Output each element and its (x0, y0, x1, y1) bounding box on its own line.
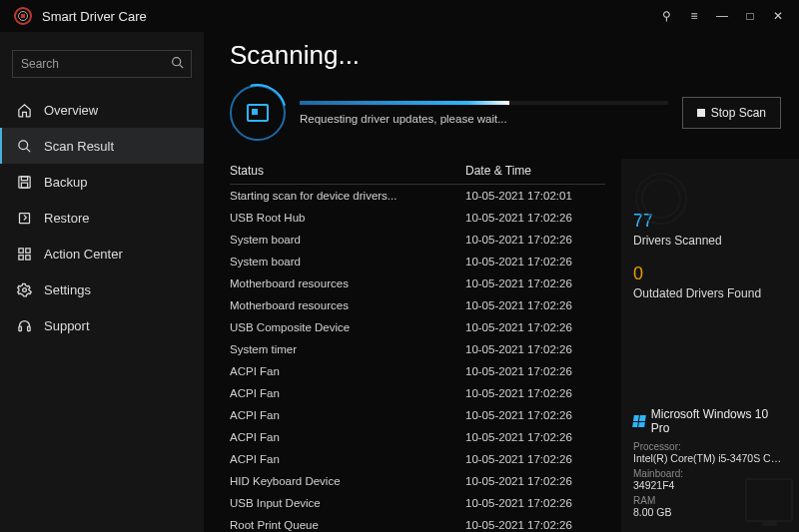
table-row: ACPI Fan10-05-2021 17:02:26 (230, 382, 605, 404)
sidebar-item-label: Restore (44, 211, 90, 226)
table-row: ACPI Fan10-05-2021 17:02:26 (230, 404, 605, 426)
close-button[interactable]: ✕ (771, 9, 785, 23)
app-title: Smart Driver Care (42, 9, 147, 24)
table-row: Starting scan for device drivers...10-05… (230, 185, 605, 207)
table-body[interactable]: Starting scan for device drivers...10-05… (230, 185, 605, 532)
search-box[interactable] (12, 50, 192, 78)
svg-rect-8 (18, 248, 22, 252)
table-row: ACPI Fan10-05-2021 17:02:26 (230, 426, 605, 448)
progress-bar (300, 101, 668, 105)
processor-value: Intel(R) Core(TM) i5-3470S CPU @ 2.9... (633, 452, 787, 464)
drivers-scanned-count: 77 (633, 211, 787, 232)
computer-icon (745, 478, 793, 522)
row-datetime: 10-05-2021 17:02:26 (465, 343, 605, 355)
svg-rect-5 (21, 176, 27, 180)
processor-key: Processor: (633, 441, 787, 452)
sidebar-item-action-center[interactable]: Action Center (0, 236, 204, 271)
row-status: ACPI Fan (230, 431, 465, 443)
sidebar-menu: OverviewScan ResultBackupRestoreAction C… (0, 92, 204, 343)
search-input[interactable] (21, 57, 171, 71)
progress-fill (300, 101, 509, 105)
row-datetime: 10-05-2021 17:02:26 (465, 475, 605, 487)
row-datetime: 10-05-2021 17:02:26 (465, 409, 605, 421)
table-row: System timer10-05-2021 17:02:26 (230, 338, 605, 360)
scan-results-table: Status Date & Time Starting scan for dev… (204, 159, 605, 532)
sidebar-item-label: Action Center (44, 247, 123, 262)
svg-rect-10 (18, 255, 22, 259)
svg-rect-9 (25, 248, 29, 252)
table-row: ACPI Fan10-05-2021 17:02:26 (230, 448, 605, 470)
table-row: USB Composite Device10-05-2021 17:02:26 (230, 316, 605, 338)
row-status: Motherboard resources (230, 299, 465, 311)
scan-spinner-icon (230, 85, 286, 141)
sidebar-item-scan-result[interactable]: Scan Result (0, 128, 204, 164)
row-status: ACPI Fan (230, 409, 465, 421)
row-status: USB Input Device (230, 497, 465, 509)
sidebar-item-label: Overview (44, 103, 98, 118)
table-row: HID Keyboard Device10-05-2021 17:02:26 (230, 470, 605, 492)
row-status: ACPI Fan (230, 365, 465, 377)
row-datetime: 10-05-2021 17:02:26 (465, 365, 605, 377)
search-icon (16, 138, 32, 154)
row-status: Motherboard resources (230, 277, 465, 289)
sidebar-item-backup[interactable]: Backup (0, 164, 204, 200)
table-row: Motherboard resources10-05-2021 17:02:26 (230, 294, 605, 316)
main-pane: Scanning... Requesting driver updates, p… (204, 32, 799, 532)
row-datetime: 10-05-2021 17:02:26 (465, 453, 605, 465)
user-icon[interactable]: ⚲ (659, 9, 673, 23)
svg-point-2 (18, 140, 27, 149)
gear-icon (16, 281, 32, 297)
row-status: USB Root Hub (230, 212, 465, 224)
col-status: Status (230, 164, 465, 178)
search-icon[interactable] (171, 56, 184, 72)
row-status: System board (230, 256, 465, 267)
title-bar: Smart Driver Care ⚲ ≡ — □ ✕ (0, 0, 799, 32)
row-status: USB Composite Device (230, 321, 465, 333)
stop-icon (697, 109, 705, 117)
sidebar-item-restore[interactable]: Restore (0, 200, 204, 236)
col-datetime: Date & Time (465, 164, 605, 178)
sidebar-item-support[interactable]: Support (0, 307, 204, 343)
sidebar-item-label: Support (44, 318, 90, 333)
sidebar-item-settings[interactable]: Settings (0, 271, 204, 307)
stop-scan-button[interactable]: Stop Scan (682, 97, 781, 129)
row-datetime: 10-05-2021 17:02:26 (465, 387, 605, 399)
stats-panel: 77 Drivers Scanned 0 Outdated Drivers Fo… (621, 159, 799, 532)
progress-text: Requesting driver updates, please wait..… (300, 113, 668, 125)
svg-rect-6 (21, 183, 27, 188)
row-datetime: 10-05-2021 17:02:26 (465, 234, 605, 246)
table-row: Motherboard resources10-05-2021 17:02:26 (230, 272, 605, 294)
page-heading: Scanning... (204, 32, 799, 85)
row-status: Root Print Queue (230, 519, 465, 531)
outdated-count: 0 (633, 264, 787, 284)
svg-rect-14 (27, 326, 30, 330)
svg-point-12 (22, 287, 26, 291)
maximize-button[interactable]: □ (743, 9, 757, 23)
app-logo-icon (14, 7, 32, 25)
windows-icon (632, 415, 645, 427)
row-status: ACPI Fan (230, 387, 465, 399)
sidebar-item-overview[interactable]: Overview (0, 92, 204, 128)
row-datetime: 10-05-2021 17:02:26 (465, 256, 605, 267)
sidebar: OverviewScan ResultBackupRestoreAction C… (0, 32, 204, 532)
row-datetime: 10-05-2021 17:02:26 (465, 497, 605, 509)
svg-line-1 (180, 65, 183, 68)
table-header: Status Date & Time (230, 159, 605, 185)
svg-rect-11 (25, 255, 29, 259)
save-icon (16, 174, 32, 190)
minimize-button[interactable]: — (715, 9, 729, 23)
menu-icon[interactable]: ≡ (687, 9, 701, 23)
table-row: USB Root Hub10-05-2021 17:02:26 (230, 207, 605, 229)
row-datetime: 10-05-2021 17:02:26 (465, 277, 605, 289)
table-row: System board10-05-2021 17:02:26 (230, 251, 605, 272)
row-datetime: 10-05-2021 17:02:26 (465, 519, 605, 531)
row-datetime: 10-05-2021 17:02:26 (465, 431, 605, 443)
svg-rect-13 (18, 326, 21, 330)
row-datetime: 10-05-2021 17:02:01 (465, 190, 605, 202)
stop-label: Stop Scan (711, 106, 766, 120)
drivers-scanned-label: Drivers Scanned (633, 234, 787, 248)
os-name: Microsoft Windows 10 Pro (651, 407, 787, 435)
row-status: Starting scan for device drivers... (230, 190, 465, 202)
progress-wrap: Requesting driver updates, please wait..… (300, 101, 668, 125)
table-row: Root Print Queue10-05-2021 17:02:26 (230, 514, 605, 532)
